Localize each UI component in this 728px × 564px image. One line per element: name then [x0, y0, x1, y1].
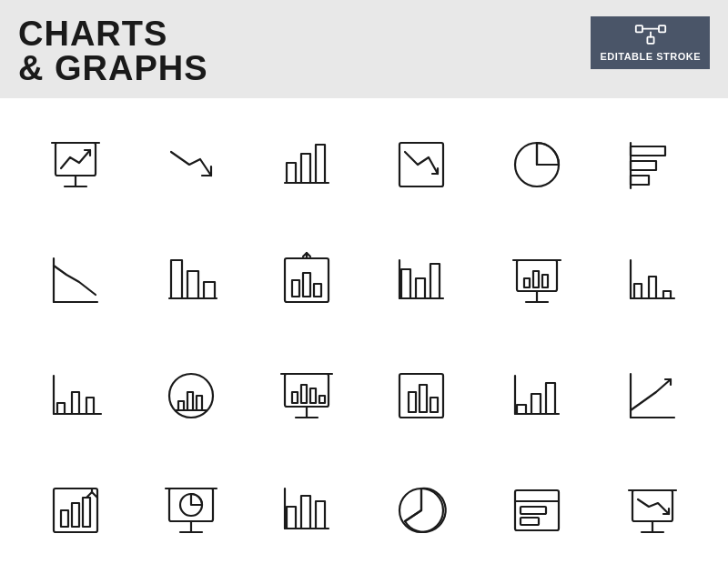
- svg-rect-56: [187, 392, 193, 410]
- svg-rect-19: [631, 176, 649, 185]
- svg-rect-64: [301, 385, 307, 403]
- svg-rect-41: [524, 278, 530, 287]
- svg-rect-49: [57, 403, 65, 414]
- svg-rect-46: [663, 291, 671, 298]
- svg-rect-90: [316, 501, 325, 529]
- svg-rect-99: [521, 507, 546, 514]
- svg-rect-57: [197, 396, 202, 410]
- icon-table-chart[interactable]: [480, 453, 595, 564]
- icon-area-chart-box[interactable]: [364, 107, 480, 223]
- svg-rect-42: [533, 271, 539, 287]
- svg-rect-33: [416, 278, 425, 298]
- icon-bar-descending[interactable]: [134, 223, 249, 338]
- page-container: CHARTS & GRAPHS EDITABLE STROKE: [0, 0, 728, 564]
- icon-circle-bar[interactable]: [134, 337, 249, 453]
- svg-rect-73: [546, 383, 555, 414]
- svg-rect-37: [517, 260, 557, 291]
- svg-rect-66: [319, 396, 325, 403]
- svg-rect-24: [187, 271, 198, 298]
- icon-bar-growing[interactable]: [480, 337, 595, 453]
- svg-rect-81: [83, 498, 90, 527]
- icon-pie-chart[interactable]: [480, 107, 595, 223]
- icon-bar-chart-vertical[interactable]: [248, 107, 364, 223]
- icon-presentation-pie[interactable]: [134, 453, 249, 564]
- svg-rect-44: [634, 284, 642, 298]
- icon-line-up[interactable]: [594, 337, 710, 453]
- svg-rect-63: [292, 392, 298, 403]
- icon-bar-medium[interactable]: [364, 223, 480, 338]
- svg-rect-79: [61, 510, 68, 527]
- svg-rect-32: [401, 269, 410, 298]
- svg-rect-100: [521, 518, 539, 525]
- svg-rect-51: [86, 398, 94, 414]
- svg-rect-2: [647, 37, 653, 44]
- svg-rect-70: [430, 398, 438, 412]
- icon-pie-chart-2[interactable]: [364, 453, 480, 564]
- icon-horizontal-bar[interactable]: [594, 107, 710, 223]
- editable-stroke-badge: EDITABLE STROKE: [591, 16, 710, 69]
- icon-trend-down[interactable]: [134, 107, 249, 223]
- icon-bar-box[interactable]: [364, 337, 480, 453]
- svg-rect-71: [517, 405, 526, 414]
- svg-rect-0: [636, 25, 642, 32]
- icon-bar-arrow-box[interactable]: [18, 453, 134, 564]
- svg-rect-17: [631, 146, 665, 156]
- badge-label: EDITABLE STROKE: [600, 51, 701, 62]
- title-sub: & GRAPHS: [18, 51, 208, 86]
- svg-line-96: [405, 510, 421, 521]
- svg-rect-28: [292, 280, 299, 297]
- svg-rect-23: [171, 260, 182, 298]
- svg-rect-9: [287, 163, 296, 183]
- icon-line-declining[interactable]: [18, 223, 134, 338]
- svg-rect-34: [430, 264, 440, 298]
- svg-rect-65: [310, 388, 316, 403]
- svg-rect-50: [72, 392, 79, 414]
- svg-rect-11: [316, 145, 325, 183]
- svg-rect-67: [399, 374, 443, 418]
- svg-rect-25: [204, 282, 215, 298]
- icons-section: [0, 98, 728, 564]
- svg-rect-55: [178, 401, 184, 410]
- svg-rect-72: [531, 394, 541, 414]
- svg-rect-30: [314, 284, 321, 297]
- svg-rect-45: [649, 277, 656, 298]
- svg-rect-5: [56, 143, 96, 176]
- svg-rect-88: [287, 507, 296, 529]
- svg-rect-80: [72, 503, 79, 527]
- svg-rect-69: [420, 385, 427, 412]
- title-main: CHARTS: [18, 16, 208, 51]
- badge-icon: [634, 24, 667, 47]
- icons-grid: [18, 107, 710, 564]
- title-block: CHARTS & GRAPHS: [18, 16, 208, 86]
- icon-bar-tall[interactable]: [248, 453, 364, 564]
- icon-bar-minimal[interactable]: [18, 337, 134, 453]
- icon-presentation-bar-2[interactable]: [248, 337, 364, 453]
- svg-rect-68: [409, 392, 416, 412]
- header: CHARTS & GRAPHS EDITABLE STROKE: [0, 0, 728, 98]
- icon-presentation-trend-down[interactable]: [594, 453, 710, 564]
- icon-bar-sparse[interactable]: [594, 223, 710, 338]
- svg-rect-89: [301, 496, 310, 529]
- svg-rect-43: [542, 275, 548, 287]
- svg-rect-18: [631, 161, 656, 170]
- icon-presentation-bar[interactable]: [480, 223, 595, 338]
- svg-rect-10: [301, 154, 310, 183]
- icon-presentation-chart-up[interactable]: [18, 107, 134, 223]
- svg-rect-13: [399, 143, 443, 186]
- svg-rect-1: [659, 25, 665, 32]
- svg-rect-29: [303, 273, 310, 297]
- icon-bar-upload[interactable]: [248, 223, 364, 338]
